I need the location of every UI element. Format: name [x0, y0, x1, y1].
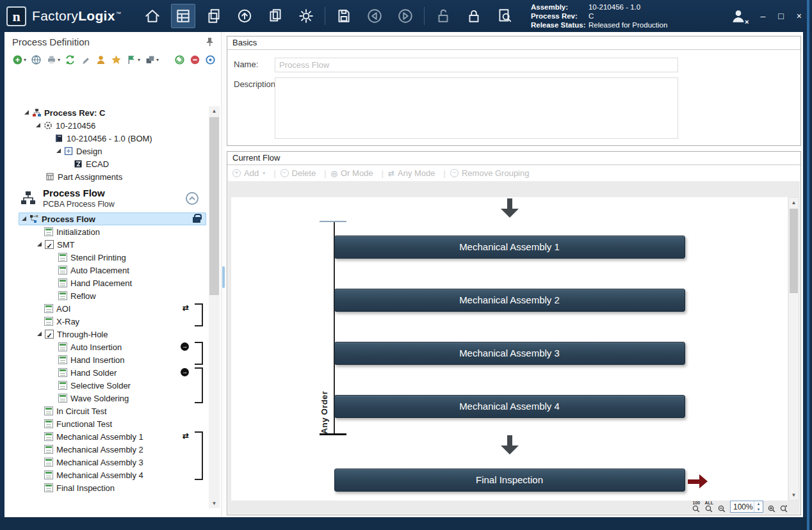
remove-grouping-button[interactable]: −Remove Grouping: [450, 168, 530, 178]
pin-icon[interactable]: [204, 36, 215, 47]
scroll-down-icon[interactable]: ▼: [209, 499, 220, 508]
zoom-spin-down-icon[interactable]: ▼: [754, 507, 763, 513]
lock-button[interactable]: [462, 4, 486, 28]
scroll-up-icon[interactable]: ▲: [789, 198, 799, 207]
expander-icon[interactable]: [21, 216, 28, 222]
expander-icon[interactable]: [24, 109, 30, 116]
tree-item-design[interactable]: Design: [4, 145, 208, 157]
tree-item-step[interactable]: Final Inspection: [4, 481, 208, 494]
tree-item-assembly[interactable]: 10-210456: [4, 119, 208, 132]
back-button[interactable]: [362, 4, 387, 28]
delete-step-button[interactable]: −Delete: [280, 168, 316, 178]
collapse-section-button[interactable]: [185, 191, 199, 205]
user-button[interactable]: ×: [727, 5, 749, 27]
zoom-level-spinner[interactable]: 100% ▲▼: [730, 501, 763, 513]
flow-canvas[interactable]: Any Order Mechanical Assembly 1 Mechanic…: [231, 197, 788, 501]
globe-button[interactable]: [31, 54, 42, 65]
flow-node[interactable]: Mechanical Assembly 1: [334, 236, 685, 259]
any-mode-button[interactable]: ⇄Any Mode: [388, 168, 435, 178]
tree-item-step[interactable]: Auto Placement: [4, 264, 208, 277]
expander-icon[interactable]: [37, 331, 43, 337]
tree-item-step[interactable]: In Circuit Test: [4, 405, 208, 417]
home-button[interactable]: [140, 4, 165, 28]
activate-button[interactable]: [174, 54, 185, 65]
document-stack-button[interactable]: [202, 4, 226, 28]
tree-item-group[interactable]: ✓SMT: [4, 238, 208, 251]
deploy-button[interactable]: ▾: [126, 54, 140, 65]
tree-item-step[interactable]: Mechanical Assembly 2: [4, 443, 208, 456]
tree-item-step[interactable]: Auto Insertion→: [4, 341, 208, 353]
info-button[interactable]: [205, 54, 216, 65]
tree-item-ecad[interactable]: ECAD: [4, 157, 208, 170]
process-definition-button[interactable]: [171, 4, 195, 28]
tree-item-step[interactable]: Mechanical Assembly 3: [4, 456, 208, 469]
copy-documents-button[interactable]: [263, 4, 288, 28]
zoom-100-button[interactable]: 100: [692, 501, 700, 513]
minimize-button[interactable]: –: [761, 12, 766, 20]
tree-item-part-assignments[interactable]: Part Assignments: [4, 170, 208, 183]
or-mode-button[interactable]: ◎Or Mode: [331, 168, 373, 178]
tree-item-step[interactable]: Functional Test: [4, 417, 208, 430]
group-bracket: [195, 303, 203, 326]
zoom-in-button[interactable]: [768, 505, 775, 513]
edit-button[interactable]: [80, 54, 91, 65]
zoom-all-button[interactable]: ALL: [704, 501, 713, 513]
tree-item-step[interactable]: X-Ray: [4, 315, 208, 328]
delete-icon: −: [280, 169, 289, 177]
tree-item-step[interactable]: Mechanical Assembly 1⇄: [4, 430, 208, 443]
forward-button[interactable]: [393, 4, 418, 28]
release-button[interactable]: [232, 4, 257, 28]
expander-icon[interactable]: [37, 241, 43, 248]
close-button[interactable]: ×: [797, 12, 802, 20]
name-input[interactable]: [275, 58, 678, 72]
tree-item-process-rev[interactable]: Process Rev: C: [4, 106, 208, 119]
print-button[interactable]: ▾: [46, 54, 60, 65]
tree-item-bom[interactable]: 10-210456 - 1.0 (BOM): [4, 132, 208, 145]
sync-button[interactable]: [65, 54, 76, 65]
zoom-fit-button[interactable]: [780, 505, 788, 513]
tree-item-step[interactable]: Hand Placement: [4, 277, 208, 289]
tree-item-step[interactable]: Hand Solder→: [4, 366, 208, 379]
tree-item-step[interactable]: Wave Soldering: [4, 392, 208, 405]
assembly-label: Assembly:: [531, 3, 589, 12]
canvas-scrollbar[interactable]: ▲ ▼: [788, 197, 799, 501]
expander-icon[interactable]: [56, 148, 62, 154]
deactivate-button[interactable]: [190, 54, 200, 65]
scroll-down-icon[interactable]: ▼: [789, 490, 799, 500]
description-input[interactable]: [275, 77, 678, 139]
flow-node[interactable]: Mechanical Assembly 3: [334, 342, 685, 365]
tree-item-step[interactable]: Reflow: [4, 289, 208, 302]
package-button[interactable]: ▾: [145, 54, 159, 65]
flow-node-final[interactable]: Final Inspection: [334, 469, 685, 492]
tree-item-step[interactable]: Mechanical Assembly 4: [4, 469, 208, 481]
favorites-button[interactable]: [111, 54, 122, 65]
tree-item-step[interactable]: Initialization: [4, 225, 208, 238]
expander-icon[interactable]: [35, 122, 42, 129]
tree-item-step[interactable]: Selective Solder: [4, 379, 208, 392]
tree-item-process-flow[interactable]: Process Flow: [4, 213, 208, 225]
scroll-up-icon[interactable]: ▲: [209, 106, 220, 116]
basics-section: Basics Name: Description: [227, 36, 801, 146]
tree-item-step[interactable]: Stencil Printing: [4, 251, 208, 264]
or-mode-icon: ◎: [331, 169, 337, 178]
release-status-value: Released for Production: [589, 21, 667, 29]
zoom-out-button[interactable]: [718, 505, 726, 513]
maximize-button[interactable]: □: [778, 12, 783, 20]
splitter-grip[interactable]: [222, 266, 225, 288]
add-button[interactable]: ▾: [12, 54, 26, 65]
search-document-button[interactable]: [492, 4, 517, 28]
save-button[interactable]: [332, 4, 356, 28]
flow-node[interactable]: Mechanical Assembly 4: [334, 395, 685, 418]
zoom-spin-up-icon[interactable]: ▲: [754, 501, 763, 507]
flow-node[interactable]: Mechanical Assembly 2: [334, 289, 685, 312]
settings-button[interactable]: [294, 4, 318, 28]
scroll-thumb[interactable]: [209, 117, 219, 295]
tree-item-step[interactable]: AOI⇄: [4, 302, 208, 315]
user-gold-button[interactable]: [95, 54, 106, 65]
tree-item-group[interactable]: ✓Through-Hole: [4, 328, 208, 341]
unlock-button[interactable]: [431, 4, 455, 28]
tree-scrollbar[interactable]: ▲ ▼: [209, 106, 220, 508]
tree-item-step[interactable]: Hand Insertion: [4, 353, 208, 366]
scroll-thumb[interactable]: [790, 209, 798, 293]
add-step-button[interactable]: +Add▾: [232, 168, 265, 178]
